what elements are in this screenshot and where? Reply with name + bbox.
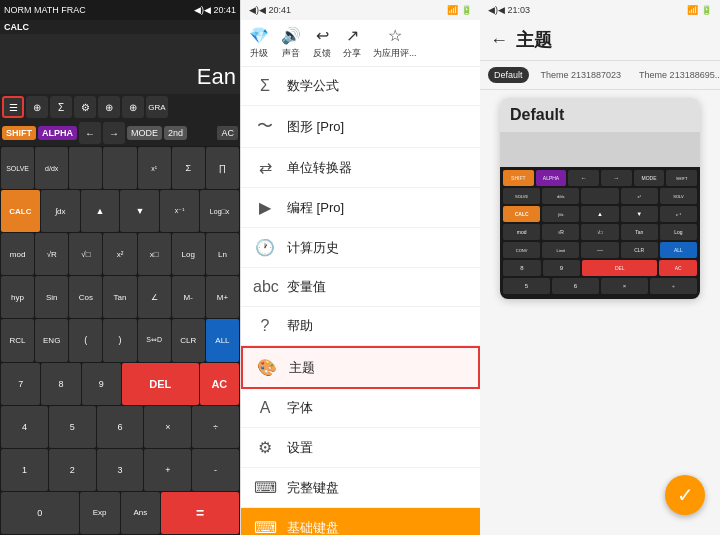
key-hyp[interactable]: hyp xyxy=(1,276,34,318)
key-ac[interactable]: AC xyxy=(200,363,239,405)
theme-tabs: Default Theme 2131887023 Theme 213188695… xyxy=(480,61,720,90)
toolbar-icon-2[interactable]: ⊕ xyxy=(26,96,48,118)
theme-tab-1[interactable]: Theme 2131887023 xyxy=(535,67,628,83)
key-xsq[interactable]: x□ xyxy=(138,233,171,275)
share-icon: ↗ xyxy=(346,26,359,45)
theme-tab-default[interactable]: Default xyxy=(488,67,529,83)
key-mul[interactable]: × xyxy=(144,406,191,448)
preview-8: 8 xyxy=(503,260,541,276)
toolbar-icon-4[interactable]: ⚙ xyxy=(74,96,96,118)
key-oparen[interactable]: ( xyxy=(69,319,102,361)
toolbar-icon-6[interactable]: ⊕ xyxy=(122,96,144,118)
menu-item-formula[interactable]: Σ 数学公式 xyxy=(241,67,480,106)
preview-row-7: 5 6 × ÷ xyxy=(503,278,697,294)
key-solve[interactable]: SOLVE xyxy=(1,147,34,189)
key-pi[interactable]: ∏ xyxy=(206,147,239,189)
preview-xinv: x⁻¹ xyxy=(660,206,697,222)
key-sqrtr[interactable]: √R xyxy=(35,233,68,275)
menu-item-variables[interactable]: abc 变量值 xyxy=(241,268,480,307)
key-div[interactable]: ÷ xyxy=(192,406,239,448)
back-button[interactable]: ← xyxy=(490,30,508,51)
key-exp[interactable]: Exp xyxy=(80,492,120,534)
key-9[interactable]: 9 xyxy=(82,363,121,405)
menu-item-history[interactable]: 🕐 计算历史 xyxy=(241,228,480,268)
ac-button-top[interactable]: AC xyxy=(217,126,238,140)
key-down[interactable]: ▼ xyxy=(120,190,159,232)
toolbar-icon-3[interactable]: Σ xyxy=(50,96,72,118)
key-x1[interactable]: x¹ xyxy=(138,147,171,189)
key-sqrt[interactable]: √□ xyxy=(69,233,102,275)
preview-tan: Tan xyxy=(621,224,658,240)
key-angle[interactable]: ∠ xyxy=(138,276,171,318)
keypad: SOLVE d/dx x¹ Σ ∏ CALC ∫dx ▲ ▼ x⁻¹ Log□x… xyxy=(0,146,240,535)
key-xinv[interactable]: x⁻¹ xyxy=(160,190,199,232)
menu-item-help[interactable]: ? 帮助 xyxy=(241,307,480,346)
toolbar-rate[interactable]: ☆ 为应用评... xyxy=(373,26,417,60)
key-log[interactable]: Log xyxy=(172,233,205,275)
key-7[interactable]: 7 xyxy=(1,363,40,405)
key-0[interactable]: 0 xyxy=(1,492,79,534)
key-1[interactable]: 1 xyxy=(1,449,48,491)
left-arrow[interactable]: ← xyxy=(79,122,101,144)
menu-item-converter[interactable]: ⇄ 单位转换器 xyxy=(241,148,480,188)
key-all[interactable]: ALL xyxy=(206,319,239,361)
key-clr[interactable]: CLR xyxy=(172,319,205,361)
menu-item-full-keyboard[interactable]: ⌨ 完整键盘 xyxy=(241,468,480,508)
key-intdx[interactable]: ∫dx xyxy=(41,190,80,232)
key-cos[interactable]: Cos xyxy=(69,276,102,318)
key-cparen[interactable]: ) xyxy=(103,319,136,361)
menu-item-programming[interactable]: ▶ 编程 [Pro] xyxy=(241,188,480,228)
toolbar-feedback[interactable]: ↩ 反馈 xyxy=(313,26,331,60)
toolbar-sound[interactable]: 🔊 声音 xyxy=(281,26,301,60)
menu-item-graph[interactable]: 〜 图形 [Pro] xyxy=(241,106,480,148)
key-sd[interactable]: S⇔D xyxy=(138,319,171,361)
key-tan[interactable]: Tan xyxy=(103,276,136,318)
menu-item-basic-keyboard[interactable]: ⌨ 基础键盘 xyxy=(241,508,480,535)
key-mod[interactable]: mod xyxy=(1,233,34,275)
key-del[interactable]: DEL xyxy=(122,363,199,405)
key-up[interactable]: ▲ xyxy=(81,190,120,232)
key-ln[interactable]: Ln xyxy=(206,233,239,275)
right-arrow[interactable]: → xyxy=(103,122,125,144)
key-sub[interactable]: - xyxy=(192,449,239,491)
key-m-plus[interactable]: M+ xyxy=(206,276,239,318)
preview-conv: CONV xyxy=(503,242,540,258)
key-2[interactable]: 2 xyxy=(49,449,96,491)
toolbar-icon-1[interactable]: ☰ xyxy=(2,96,24,118)
toolbar-share-label: 分享 xyxy=(343,47,361,60)
key-eng[interactable]: ENG xyxy=(35,319,68,361)
theme-tab-2[interactable]: Theme 213188695... xyxy=(633,67,720,83)
key-ans[interactable]: Ans xyxy=(121,492,161,534)
mode-button[interactable]: MODE xyxy=(127,126,162,140)
menu-item-settings[interactable]: ⚙ 设置 xyxy=(241,428,480,468)
toolbar-icon-5[interactable]: ⊕ xyxy=(98,96,120,118)
toolbar-share[interactable]: ↗ 分享 xyxy=(343,26,361,60)
key-x2[interactable]: x² xyxy=(103,233,136,275)
shift-button[interactable]: SHIFT xyxy=(2,126,36,140)
key-ddx[interactable]: d/dx xyxy=(35,147,68,189)
alpha-button[interactable]: ALPHA xyxy=(38,126,77,140)
preview-ddx: d/dx xyxy=(542,188,579,204)
preview-card: Default SHIFT ALPHA ← → MODE SHIFT SOLVE… xyxy=(500,98,700,299)
key-calc[interactable]: CALC xyxy=(1,190,40,232)
history-icon: 🕐 xyxy=(253,238,277,257)
menu-item-font[interactable]: A 字体 xyxy=(241,389,480,428)
checkmark-button[interactable]: ✓ xyxy=(665,475,705,515)
toolbar-upgrade[interactable]: 💎 升级 xyxy=(249,26,269,60)
key-4[interactable]: 4 xyxy=(1,406,48,448)
key-add[interactable]: + xyxy=(144,449,191,491)
key-sigma[interactable]: Σ xyxy=(172,147,205,189)
key-rcl[interactable]: RCL xyxy=(1,319,34,361)
key-5[interactable]: 5 xyxy=(49,406,96,448)
menu-item-theme[interactable]: 🎨 主题 xyxy=(241,346,480,389)
2nd-button[interactable]: 2nd xyxy=(164,126,187,140)
key-logx[interactable]: Log□x xyxy=(200,190,239,232)
preview-row-5: CONV Limit — CLR ALL xyxy=(503,242,697,258)
key-6[interactable]: 6 xyxy=(97,406,144,448)
key-8[interactable]: 8 xyxy=(41,363,80,405)
toolbar-icon-gra[interactable]: GRA xyxy=(146,96,168,118)
key-equals[interactable]: = xyxy=(161,492,239,534)
key-m-minus[interactable]: M- xyxy=(172,276,205,318)
key-sin[interactable]: Sin xyxy=(35,276,68,318)
key-3[interactable]: 3 xyxy=(97,449,144,491)
